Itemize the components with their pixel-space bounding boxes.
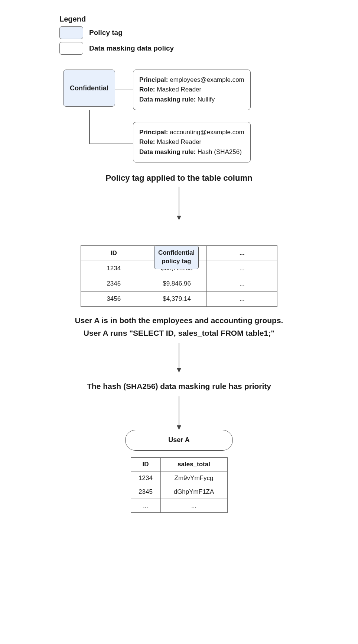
tag-chip-line2: policy tag: [162, 258, 191, 265]
rule-value: Hash (SHA256): [198, 148, 242, 155]
policy-box-employees: Principal: employees@example.com Role: M…: [133, 70, 251, 110]
arrow-1: [7, 187, 351, 220]
policy-box-accounting: Principal: accounting@example.com Role: …: [133, 122, 251, 162]
table-row: 1234 Zm9vYmFycg: [131, 471, 227, 485]
cell-id: 1234: [131, 471, 160, 485]
policy-line: Data masking rule: Nullify: [139, 95, 244, 104]
svg-marker-1: [177, 216, 181, 220]
user-scenario-text: User A is in both the employees and acco…: [7, 314, 351, 339]
col-header-id: ID: [131, 457, 160, 471]
priority-text: The hash (SHA256) data masking rule has …: [7, 380, 351, 393]
cell-more: ...: [207, 292, 277, 307]
heading-applied: Policy tag applied to the table column: [7, 173, 351, 183]
user-scenario-line1: User A is in both the employees and acco…: [75, 316, 283, 325]
table-row: 2345 $9,846.96 ...: [81, 276, 277, 292]
principal-label: Principal:: [139, 129, 168, 136]
principal-value: employees@example.com: [170, 76, 244, 83]
col-header-more: ...: [207, 246, 277, 261]
table-row: 2345 dGhpYmF1ZA: [131, 485, 227, 499]
policy-section: Confidential Principal: employees@exampl…: [63, 70, 351, 162]
diagram-container: Legend Policy tag Data masking data poli…: [7, 15, 351, 513]
rule-value: Nullify: [198, 96, 215, 103]
role-value: Masked Reader: [157, 138, 201, 145]
policy-line: Data masking rule: Hash (SHA256): [139, 147, 244, 157]
cell-id: 3456: [81, 292, 147, 307]
col-header-id: ID: [81, 246, 147, 261]
confidential-box: Confidential: [63, 70, 115, 107]
user-scenario-line2: User A runs "SELECT ID, sales_total FROM…: [84, 329, 274, 337]
legend-swatch-masking-policy: [59, 42, 83, 55]
cell-more: ...: [207, 261, 277, 276]
tag-chip-line1: Confidential: [158, 249, 195, 256]
table-header-row: ID sales_total: [131, 457, 227, 471]
role-label: Role:: [139, 138, 155, 145]
connector-wrap: Principal: accounting@example.com Role: …: [63, 110, 351, 162]
role-label: Role:: [139, 86, 155, 93]
legend-swatch-policy-tag: [59, 26, 83, 39]
cell-sales-total: $4,379.14: [147, 292, 207, 307]
legend-title: Legend: [59, 15, 351, 23]
cell-id: 2345: [131, 485, 160, 499]
policy-row-1: Confidential Principal: employees@exampl…: [63, 70, 351, 110]
cell-more: ...: [207, 276, 277, 292]
policy-line: Role: Masked Reader: [139, 137, 244, 147]
arrow-down-icon: [175, 396, 183, 430]
arrow-down-icon: [175, 343, 183, 373]
confidential-policy-tag-chip: Confidential policy tag: [154, 245, 199, 269]
svg-marker-5: [177, 425, 181, 430]
principal-label: Principal:: [139, 76, 168, 83]
legend-label-masking-policy: Data masking data policy: [89, 44, 174, 52]
connector-line: [115, 90, 133, 90]
arrow-3: [7, 396, 351, 430]
svg-marker-3: [177, 368, 181, 373]
rule-label: Data masking rule:: [139, 148, 196, 155]
cell-sales-total: $9,846.96: [147, 276, 207, 292]
cell-id: 1234: [81, 261, 147, 276]
table-row: ... ...: [131, 499, 227, 512]
role-value: Masked Reader: [157, 86, 201, 93]
connector-vertical: [89, 110, 90, 144]
cell-sales-total: ...: [160, 499, 227, 512]
arrow-2: [7, 343, 351, 373]
policy-line: Principal: accounting@example.com: [139, 128, 244, 137]
cell-id: 2345: [81, 276, 147, 292]
table-row: 3456 $4,379.14 ...: [81, 292, 277, 307]
table1-wrap: Confidential policy tag ID sales_total .…: [81, 245, 277, 307]
col-header-sales-total: sales_total: [160, 457, 227, 471]
legend-row-policy-tag: Policy tag: [59, 26, 351, 39]
arrow-down-icon: [175, 187, 183, 220]
connector-horizontal: [89, 144, 133, 144]
legend: Legend Policy tag Data masking data poli…: [59, 15, 351, 55]
policy-line: Role: Masked Reader: [139, 85, 244, 94]
cell-id: ...: [131, 499, 160, 512]
cell-sales-total: Zm9vYmFycg: [160, 471, 227, 485]
principal-value: accounting@example.com: [170, 129, 244, 136]
legend-row-masking-policy: Data masking data policy: [59, 42, 351, 55]
result-table: ID sales_total 1234 Zm9vYmFycg 2345 dGhp…: [131, 457, 228, 513]
rule-label: Data masking rule:: [139, 96, 196, 103]
cell-sales-total: dGhpYmF1ZA: [160, 485, 227, 499]
user-a-bubble: User A: [125, 430, 233, 451]
legend-label-policy-tag: Policy tag: [89, 29, 123, 37]
policy-line: Principal: employees@example.com: [139, 75, 244, 85]
